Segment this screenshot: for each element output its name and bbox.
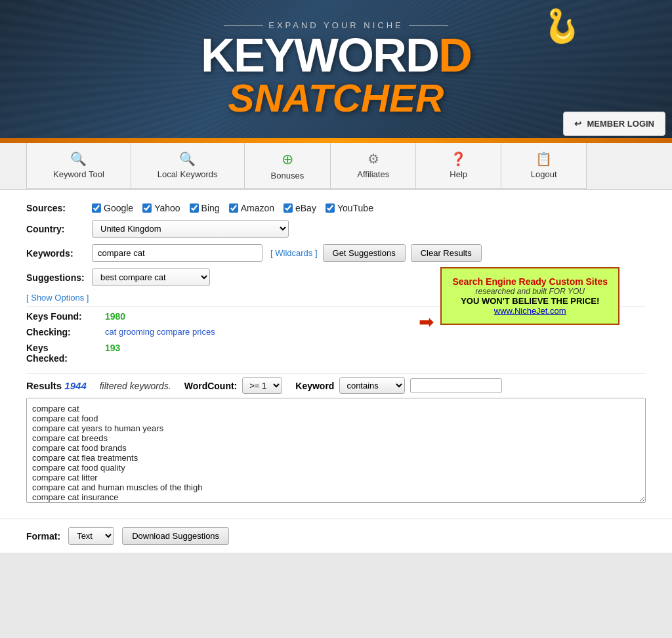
country-row: Country: United Kingdom United States Ca… — [26, 220, 646, 238]
divider-2 — [26, 373, 646, 373]
get-suggestions-button[interactable]: Get Suggestions — [323, 244, 406, 262]
source-ebay[interactable]: eBay — [284, 203, 316, 213]
footer-bar: Format: Text CSV Excel Download Suggesti… — [0, 519, 672, 553]
keyword-tool-icon: 🔍 — [70, 151, 87, 167]
keyword-filter-select[interactable]: contains starts with ends with equals — [339, 377, 405, 394]
wildcards-link[interactable]: [ Wildcards ] — [270, 248, 318, 258]
yahoo-checkbox[interactable] — [142, 203, 152, 213]
nav-tabs: 🔍 Keyword Tool 🔍 Local Keywords ⊕ Bonuse… — [26, 143, 646, 189]
keys-found-label: Keys Found: — [26, 311, 105, 322]
header: EXPAND YOUR NICHE KEYWORDD SNATCHER 🪝 ↩ … — [0, 0, 672, 138]
keyword-filter-section: Keyword contains starts with ends with e… — [295, 377, 502, 394]
nav-tab-help-label: Help — [450, 169, 467, 179]
keyword-filter-input[interactable] — [410, 378, 502, 393]
clear-results-button[interactable]: Clear Results — [411, 244, 482, 262]
nav-tab-logout-label: Logout — [531, 169, 557, 179]
nav-tab-affiliates-label: Affiliates — [357, 169, 389, 179]
sources-checkboxes: Google Yahoo Bing Amazon eBay YouTube — [92, 203, 373, 213]
keyword-label: Keyword — [295, 381, 334, 391]
youtube-checkbox[interactable] — [326, 203, 335, 213]
suggestions-select[interactable]: best compare cat compare cat food compar… — [92, 268, 210, 286]
wordcount-select[interactable]: >= 1 >= 2 >= 3 >= 4 — [242, 377, 282, 394]
results-label: Results 1944 — [26, 380, 87, 391]
keys-found-row: Keys Found: 1980 — [26, 311, 419, 322]
nav-tab-affiliates[interactable]: ⚙ Affiliates — [331, 143, 416, 189]
ad-title: Search Engine Ready Custom Sites — [452, 276, 608, 287]
format-select[interactable]: Text CSV Excel — [68, 527, 114, 545]
bonuses-icon: ⊕ — [282, 151, 293, 168]
ad-area: ➡ Search Engine Ready Custom Sites resea… — [419, 311, 646, 333]
checking-value: cat grooming compare prices — [105, 327, 215, 337]
header-content: EXPAND YOUR NICHE KEYWORDD SNATCHER — [201, 20, 471, 118]
format-label: Format: — [26, 531, 60, 542]
ad-link[interactable]: www.NicheJet.com — [452, 306, 608, 316]
country-select[interactable]: United Kingdom United States Canada Aust… — [92, 220, 289, 238]
download-suggestions-button[interactable]: Download Suggestions — [122, 527, 229, 545]
results-textarea[interactable]: compare cat compare cat food compare cat… — [26, 398, 646, 503]
suggestions-label: Suggestions: — [26, 272, 92, 283]
keywords-row: Keywords: [ Wildcards ] Get Suggestions … — [26, 244, 646, 262]
wordcount-section: WordCount: >= 1 >= 2 >= 3 >= 4 — [184, 377, 283, 394]
stats-ad-section: Keys Found: 1980 Checking: cat grooming … — [26, 311, 646, 369]
header-keyword-title: KEYWORDD — [201, 32, 471, 79]
nav-tab-keyword-tool-label: Keyword Tool — [53, 169, 104, 179]
source-amazon[interactable]: Amazon — [229, 203, 274, 213]
keys-checked-label: KeysChecked: — [26, 343, 105, 364]
wordcount-label: WordCount: — [184, 381, 238, 391]
ebay-checkbox[interactable] — [284, 203, 293, 213]
nav-tab-keyword-tool[interactable]: 🔍 Keyword Tool — [26, 143, 131, 189]
arrow-icon: ➡ — [419, 311, 434, 333]
source-yahoo[interactable]: Yahoo — [142, 203, 180, 213]
nav-tab-bonuses-label: Bonuses — [271, 171, 304, 181]
nav-tab-logout[interactable]: 📋 Logout — [501, 143, 587, 189]
navigation-bar: 🔍 Keyword Tool 🔍 Local Keywords ⊕ Bonuse… — [0, 143, 672, 190]
member-login-button[interactable]: ↩ MEMBER LOGIN — [563, 112, 665, 136]
keywords-input[interactable] — [92, 244, 262, 262]
ad-main: YOU WON'T BELIEVE THE PRICE! — [452, 296, 608, 306]
checking-label: Checking: — [26, 327, 105, 337]
google-checkbox[interactable] — [92, 203, 101, 213]
sources-row: Sources: Google Yahoo Bing Amazon eBay Y… — [26, 203, 646, 213]
keys-checked-value: 193 — [105, 343, 120, 353]
stats-section: Keys Found: 1980 Checking: cat grooming … — [26, 311, 419, 369]
header-snatcher-title: SNATCHER — [201, 79, 471, 118]
checking-row: Checking: cat grooming compare prices — [26, 327, 419, 337]
nav-tab-help[interactable]: ❓ Help — [416, 143, 501, 189]
filtered-label: filtered keywords. — [100, 381, 171, 391]
source-youtube[interactable]: YouTube — [326, 203, 373, 213]
keywords-label: Keywords: — [26, 248, 92, 259]
ad-sub: researched and built FOR YOU — [452, 287, 608, 296]
source-google[interactable]: Google — [92, 203, 133, 213]
sources-label: Sources: — [26, 203, 92, 213]
ad-banner[interactable]: Search Engine Ready Custom Sites researc… — [440, 267, 620, 325]
login-icon: ↩ — [574, 119, 581, 129]
orange-accent-bar — [0, 138, 672, 143]
results-header: Results 1944 filtered keywords. WordCoun… — [26, 377, 646, 394]
keys-found-value: 1980 — [105, 311, 125, 322]
bing-checkbox[interactable] — [190, 203, 199, 213]
country-label: Country: — [26, 224, 92, 234]
source-bing[interactable]: Bing — [190, 203, 220, 213]
logout-icon: 📋 — [536, 151, 552, 167]
help-icon: ❓ — [450, 151, 467, 167]
local-keywords-icon: 🔍 — [179, 151, 196, 167]
affiliates-icon: ⚙ — [368, 151, 379, 167]
main-content: Sources: Google Yahoo Bing Amazon eBay Y… — [0, 190, 672, 519]
results-count: 1944 — [64, 380, 86, 391]
nav-tab-bonuses[interactable]: ⊕ Bonuses — [245, 143, 331, 189]
amazon-checkbox[interactable] — [229, 203, 238, 213]
keys-checked-row: KeysChecked: 193 — [26, 343, 419, 364]
nav-tab-local-keywords-label: Local Keywords — [158, 169, 218, 179]
nav-tab-local-keywords[interactable]: 🔍 Local Keywords — [131, 143, 245, 189]
